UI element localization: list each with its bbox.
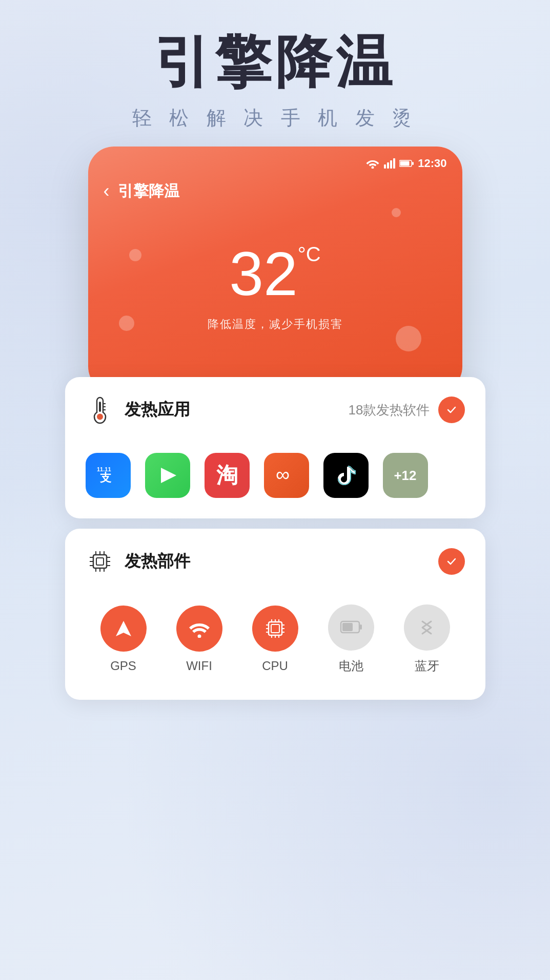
svg-rect-48	[360, 624, 362, 630]
comp-item-cpu[interactable]: CPU	[252, 606, 298, 673]
signal-icon	[384, 158, 395, 169]
app-icon-alipay[interactable]: 11.11 支	[86, 453, 131, 498]
heat-components-header-right	[438, 548, 465, 575]
svg-rect-8	[99, 402, 101, 412]
svg-text:支: 支	[99, 471, 112, 484]
heat-components-card-header: 发热部件	[65, 529, 485, 594]
heat-apps-card: 发热应用 18款发热软件 11.11 支	[65, 377, 485, 518]
app-icon-taobao[interactable]: 淘	[205, 453, 250, 498]
app-icon-kuaishou[interactable]: ∞	[264, 453, 309, 498]
gps-circle	[100, 606, 147, 652]
temp-unit: °C	[298, 243, 321, 265]
battery-icon	[399, 159, 414, 168]
cpu-circle	[252, 606, 298, 652]
svg-rect-2	[387, 162, 389, 169]
svg-rect-18	[96, 558, 104, 565]
phone-mockup: 12:30 ‹ 引擎降温 32°C 降低温度，减少手机损害	[88, 147, 462, 392]
svg-text:∞: ∞	[276, 464, 290, 485]
comp-item-gps[interactable]: GPS	[100, 606, 147, 673]
app-icon-more[interactable]: +12	[383, 453, 428, 498]
battery-circle	[328, 604, 374, 651]
wifi-icon	[365, 158, 380, 169]
cards-section: 发热应用 18款发热软件 11.11 支	[65, 377, 485, 700]
heat-apps-check-btn[interactable]	[438, 397, 465, 423]
wifi-label: WIFI	[186, 659, 212, 673]
nav-bar: ‹ 引擎降温	[104, 180, 447, 202]
cpu-label: CPU	[262, 659, 288, 673]
svg-rect-17	[93, 555, 107, 568]
heat-components-label: 发热部件	[125, 550, 190, 573]
svg-rect-6	[400, 161, 410, 166]
heat-apps-header-left: 发热应用	[86, 395, 190, 424]
bubble-decoration-2	[129, 249, 141, 261]
bubble-decoration-1	[392, 208, 401, 217]
heat-components-card: 发热部件 GPS	[65, 529, 485, 700]
svg-rect-4	[393, 158, 395, 169]
phone-screen: 12:30 ‹ 引擎降温 32°C 降低温度，减少手机损害	[88, 147, 462, 392]
heat-apps-header-right: 18款发热软件	[349, 397, 465, 423]
svg-rect-32	[269, 622, 282, 635]
temp-display: 32°C 降低温度，减少手机损害	[104, 233, 447, 342]
thermometer-icon	[86, 395, 114, 424]
bluetooth-label: 蓝牙	[415, 658, 439, 674]
heat-apps-count: 18款发热软件	[349, 401, 430, 419]
sub-title: 轻 松 解 决 手 机 发 烫	[132, 105, 418, 131]
chip-icon	[86, 547, 114, 576]
temp-desc: 降低温度，减少手机损害	[104, 317, 447, 332]
temp-value: 32	[229, 243, 297, 304]
main-title: 引擎降温	[132, 31, 418, 93]
bubble-decoration-4	[119, 316, 134, 331]
app-icon-flyme[interactable]	[145, 453, 190, 498]
nav-title: 引擎降温	[118, 181, 179, 202]
status-time: 12:30	[418, 157, 446, 170]
heat-apps-card-header: 发热应用 18款发热软件	[65, 377, 485, 443]
app-icon-douyin[interactable]	[323, 453, 369, 498]
battery-label: 电池	[339, 658, 363, 674]
svg-marker-15	[161, 468, 176, 483]
gps-label: GPS	[110, 659, 136, 673]
heat-apps-label: 发热应用	[125, 399, 190, 421]
heat-components-check-btn[interactable]	[438, 548, 465, 575]
svg-rect-1	[384, 164, 386, 169]
svg-rect-47	[342, 623, 353, 631]
components-row: GPS WIFI	[65, 594, 485, 700]
svg-rect-33	[271, 624, 279, 633]
status-bar: 12:30	[104, 157, 447, 170]
svg-point-0	[372, 166, 374, 169]
bluetooth-circle	[404, 604, 450, 651]
svg-point-9	[97, 414, 103, 420]
comp-item-battery[interactable]: 电池	[328, 604, 374, 674]
back-arrow[interactable]: ‹	[104, 180, 110, 202]
comp-item-bluetooth[interactable]: 蓝牙	[404, 604, 450, 674]
wifi-circle	[176, 606, 222, 652]
svg-rect-3	[390, 160, 392, 169]
svg-point-31	[197, 635, 201, 638]
apps-row: 11.11 支 淘 ∞	[65, 443, 485, 518]
title-section: 引擎降温 轻 松 解 决 手 机 发 烫	[132, 31, 418, 131]
heat-components-header-left: 发热部件	[86, 547, 190, 576]
comp-item-wifi[interactable]: WIFI	[176, 606, 222, 673]
svg-rect-7	[412, 162, 414, 165]
bubble-decoration-3	[396, 326, 421, 351]
